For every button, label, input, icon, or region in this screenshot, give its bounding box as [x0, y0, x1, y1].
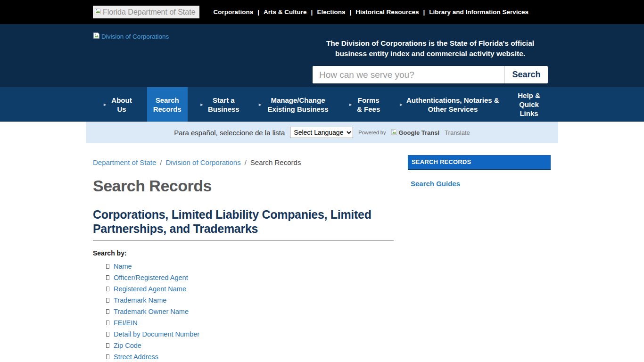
site-tagline: The Division of Corporations is the Stat…: [312, 38, 548, 59]
nav-item-label: Start a Business: [206, 96, 241, 114]
top-link-arts-culture[interactable]: Arts & Culture: [264, 8, 307, 16]
google-logo-alt-text: Google Transl: [398, 129, 439, 136]
search-by-fei-ein-link[interactable]: FEI/EIN: [114, 319, 138, 327]
top-link-historical-resources[interactable]: Historical Resources: [355, 8, 419, 16]
list-item: Street Address: [106, 353, 401, 361]
nav-arrow-icon: ▸: [400, 100, 402, 109]
sidebar-header-search-records[interactable]: SEARCH RECORDS: [408, 155, 551, 170]
list-item: Detail by Document Number: [106, 330, 401, 338]
nav-item-help-quick-links[interactable]: Help & Quick Links: [513, 87, 545, 122]
breadcrumb-separator: /: [245, 158, 247, 166]
search-by-street-address-link[interactable]: Street Address: [114, 353, 158, 361]
nav-arrow-icon: ▸: [349, 100, 352, 109]
top-link-library-information-services[interactable]: Library and Information Services: [429, 8, 528, 16]
broken-image-icon: [93, 32, 100, 41]
breadcrumb-current-page: Search Records: [250, 158, 301, 166]
nav-arrow-icon: ▸: [200, 100, 203, 109]
bullet-icon: [106, 275, 109, 280]
nav-arrow-icon: ▸: [104, 100, 106, 109]
division-of-corporations-logo[interactable]: Division of Corporations: [93, 32, 169, 41]
site-search-input[interactable]: [313, 66, 504, 83]
header-right-block: The Division of Corporations is the Stat…: [312, 38, 548, 84]
department-nav: Corporations | Arts & Culture | Election…: [214, 8, 529, 16]
top-link-elections[interactable]: Elections: [317, 8, 345, 16]
content-area: Department of State / Division of Corpor…: [86, 143, 558, 362]
search-by-list: Name Officer/Registered Agent Registered…: [93, 263, 401, 361]
translate-label: Translate: [445, 129, 470, 136]
bullet-icon: [106, 309, 109, 314]
tagline-line-1: The Division of Corporations is the Stat…: [312, 38, 548, 49]
translate-prompt: Para español, seleccione de la lista: [174, 129, 285, 137]
nav-item-authentications-notaries-other-services[interactable]: ▸ Authentications, Notaries & Other Serv…: [395, 87, 504, 122]
top-link-corporations[interactable]: Corporations: [214, 8, 254, 16]
search-by-name-link[interactable]: Name: [114, 263, 132, 270]
nav-item-start-a-business[interactable]: ▸ Start a Business: [196, 87, 246, 122]
nav-item-manage-change-existing-business[interactable]: ▸ Manage/Change Existing Business: [254, 87, 336, 122]
nav-item-search-records[interactable]: Search Records: [147, 87, 188, 122]
powered-by-text: Powered by: [358, 130, 386, 135]
search-by-detail-by-document-number-link[interactable]: Detail by Document Number: [114, 330, 199, 338]
search-by-registered-agent-name-link[interactable]: Registered Agent Name: [114, 285, 186, 293]
nav-item-label: Manage/Change Existing Business: [264, 96, 331, 114]
logo-alt-text: Florida Department of State: [103, 8, 196, 16]
list-item: Zip Code: [106, 342, 401, 349]
bullet-icon: [106, 332, 109, 337]
site-header: Division of Corporations The Division of…: [0, 24, 644, 87]
search-by-officer-registered-agent-link[interactable]: Officer/Registered Agent: [114, 274, 188, 281]
breadcrumb: Department of State / Division of Corpor…: [93, 158, 401, 166]
breadcrumb-division-of-corporations[interactable]: Division of Corporations: [165, 158, 240, 166]
site-search-box: Search: [312, 66, 548, 84]
list-item: Trademark Owner Name: [106, 308, 401, 315]
top-bar: Florida Department of State Corporations…: [0, 0, 644, 24]
sidebar-link-search-guides[interactable]: Search Guides: [408, 180, 551, 188]
main-navigation: ▸ About Us Search Records ▸ Start a Busi…: [0, 87, 644, 122]
nav-item-label: About Us: [109, 96, 134, 114]
nav-item-forms-fees[interactable]: ▸ Forms & Fees: [345, 87, 387, 122]
search-by-trademark-owner-name-link[interactable]: Trademark Owner Name: [114, 308, 189, 315]
nav-item-label: Authentications, Notaries & Other Servic…: [405, 96, 500, 114]
nav-arrow-icon: ▸: [259, 100, 261, 109]
list-item: Registered Agent Name: [106, 285, 401, 293]
separator: |: [311, 8, 313, 16]
broken-image-icon: [391, 129, 397, 137]
bullet-icon: [106, 354, 109, 359]
right-sidebar: SEARCH RECORDS Search Guides: [408, 143, 558, 362]
nav-item-label: Search Records: [152, 96, 183, 114]
search-by-label: Search by:: [93, 249, 401, 257]
list-item: Trademark Name: [106, 296, 401, 304]
search-by-trademark-name-link[interactable]: Trademark Name: [114, 296, 166, 304]
list-item: FEI/EIN: [106, 319, 401, 327]
search-by-zip-code-link[interactable]: Zip Code: [114, 342, 141, 349]
bullet-icon: [106, 298, 109, 303]
main-column: Department of State / Division of Corpor…: [86, 143, 408, 362]
nav-item-label: Forms & Fees: [355, 96, 382, 114]
broken-image-icon: [94, 8, 101, 16]
nav-item-about-us[interactable]: ▸ About Us: [99, 87, 139, 122]
logo-alt-text: Division of Corporations: [101, 33, 169, 40]
translate-bar: Para español, seleccione de la lista Sel…: [86, 122, 558, 143]
site-search-button[interactable]: Search: [504, 66, 548, 83]
separator: |: [257, 8, 259, 16]
bullet-icon: [106, 321, 109, 325]
separator: |: [423, 8, 425, 16]
bullet-icon: [106, 343, 109, 348]
page-title: Search Records: [93, 177, 401, 195]
list-item: Officer/Registered Agent: [106, 274, 401, 281]
language-select[interactable]: Select Language: [290, 127, 353, 138]
section-heading: Corporations, Limited Liability Companie…: [93, 207, 394, 241]
google-translate-attribution[interactable]: Google Transl: [391, 129, 439, 137]
bullet-icon: [106, 264, 109, 269]
breadcrumb-separator: /: [160, 158, 162, 166]
nav-item-label: Help & Quick Links: [518, 91, 540, 118]
separator: |: [349, 8, 351, 16]
tagline-line-2: business entity index and commercial act…: [312, 49, 548, 59]
list-item: Name: [106, 263, 401, 270]
breadcrumb-department-of-state[interactable]: Department of State: [93, 158, 156, 166]
bullet-icon: [106, 287, 109, 291]
florida-department-of-state-logo[interactable]: Florida Department of State: [93, 6, 199, 18]
